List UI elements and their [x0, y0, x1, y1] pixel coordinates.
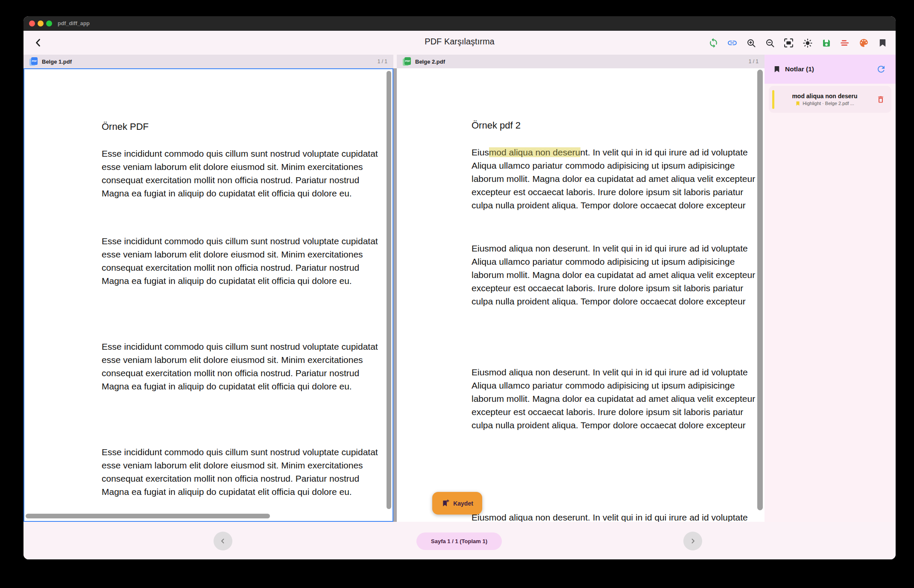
pdf-text-line: laborum mollit. Magna dolor ea cupidatat… [472, 172, 765, 185]
left-doc-title: Örnek PDF [102, 120, 393, 133]
app-window: pdf_diff_app PDF Karşılaştırma PDF Belge… [23, 16, 896, 559]
bookmark-toolbar-button[interactable] [876, 37, 889, 49]
left-vertical-scrollbar[interactable] [387, 71, 391, 509]
delete-note-button[interactable] [875, 94, 886, 105]
pdf-text-line: culpa nulla proident aliqua. Tempor dolo… [472, 199, 765, 212]
pdf-file-icon-blue: PDF [29, 57, 38, 66]
pdf-text-line: excepteur est occaecat laboris. Irure do… [472, 185, 765, 199]
pdf-text-line: consequat exercitation mollit non offici… [102, 261, 393, 274]
bookmark-add-icon [441, 499, 449, 507]
pdf-text-line: Eiusmod aliqua non deserunt. In velit qu… [472, 242, 765, 255]
highlight-annotation[interactable]: mod aliqua non deseru [489, 147, 580, 157]
bookmark-notes-icon [773, 65, 781, 73]
pdf-text-line: excepteur est occaecat laboris. Irure do… [472, 281, 765, 295]
left-horizontal-scrollbar[interactable] [26, 514, 270, 518]
maximize-window-button[interactable] [46, 20, 52, 26]
pdf-paragraph: Esse incididunt commodo quis cillum sunt… [102, 234, 393, 287]
pdf-paragraph: Eiusmod aliqua non deserunt. In velit qu… [472, 242, 765, 308]
page-title: PDF Karşılaştırma [425, 37, 494, 47]
pdf-paragraph: Eiusmod aliqua non deserunt. In velit qu… [472, 366, 765, 432]
pdf-text-line: excepteur est occaecat laboris. Irure do… [472, 405, 765, 418]
refresh-icon [876, 64, 886, 74]
pdf-text-line: culpa nulla proident aliqua. Tempor dolo… [472, 295, 765, 308]
right-doc-paragraphs: Eiusmod aliqua non deserunt. In velit qu… [472, 146, 765, 522]
pdf-text-line: esse veniam laborum elit dolore eiusmod … [102, 248, 393, 261]
pdf-text-line: Esse incididunt commodo quis cillum sunt… [102, 340, 393, 353]
back-button[interactable] [32, 36, 45, 49]
pdf-text-line: culpa nulla proident aliqua. Tempor dolo… [472, 418, 765, 432]
diff-button[interactable] [839, 37, 851, 49]
pdf-text-line: consequat exercitation mollit non offici… [102, 472, 393, 485]
fit-screen-icon [783, 38, 794, 48]
right-pdf-panel[interactable]: Örnek pdf 2 Eiusmod aliqua non deserunt.… [397, 68, 765, 522]
pdf-text-line: laborum mollit. Magna dolor ea cupidatat… [472, 392, 765, 405]
refresh-notes-button[interactable] [875, 63, 887, 75]
save-icon [821, 38, 832, 48]
close-window-button[interactable] [29, 20, 35, 26]
zoom-out-icon [765, 38, 775, 48]
right-pdf-page: Örnek pdf 2 Eiusmod aliqua non deserunt.… [397, 68, 765, 522]
diff-lines-icon [840, 38, 850, 48]
chevron-right-nav-icon [689, 537, 697, 545]
chevron-left-icon [33, 38, 44, 48]
titlebar: pdf_diff_app [23, 16, 896, 31]
left-pdf-header: PDF Belge 1.pdf 1 / 1 [23, 55, 393, 68]
left-pdf-filename: Belge 1.pdf [42, 59, 72, 65]
pagination-bar: Sayfa 1 / 1 (Toplam 1) [23, 522, 896, 559]
pdf-paragraph: Esse incididunt commodo quis cillum sunt… [102, 147, 393, 200]
pdf-text-line: Eiusmod aliqua non deserunt. In velit qu… [472, 146, 765, 159]
pdf-paragraph: Esse incididunt commodo quis cillum sunt… [102, 340, 393, 393]
pdf-text-line: consequat exercitation mollit non offici… [102, 173, 393, 187]
link-icon [727, 38, 738, 48]
right-pdf-header: PDF Belge 2.pdf 1 / 1 [397, 55, 765, 68]
pdf-text-line: Aliqua ullamco pariatur commodo adipisic… [472, 255, 765, 268]
notes-panel: Notlar (1) mod aliqua non deseru Highlig… [765, 55, 896, 522]
right-doc-title: Örnek pdf 2 [472, 119, 765, 132]
pdf-text-line: Esse incididunt commodo quis cillum sunt… [102, 445, 393, 459]
left-doc-paragraphs: Esse incididunt commodo quis cillum sunt… [102, 147, 393, 498]
palette-icon [858, 38, 869, 48]
page-indicator-pill: Sayfa 1 / 1 (Toplam 1) [416, 532, 502, 550]
brightness-button[interactable] [801, 37, 814, 49]
zoom-in-icon [746, 38, 756, 48]
pdf-text-line: Magna ea fugiat in aliquip do cupidatat … [102, 274, 393, 287]
zoom-out-button[interactable] [764, 37, 776, 49]
pdf-paragraph: Eiusmod aliqua non deserunt. In velit qu… [472, 146, 765, 212]
window-title: pdf_diff_app [58, 16, 90, 31]
notes-header: Notlar (1) [765, 55, 896, 84]
minimize-window-button[interactable] [38, 20, 44, 26]
trash-icon [876, 95, 885, 104]
left-pdf-panel[interactable]: Örnek PDF Esse incididunt commodo quis c… [23, 68, 393, 522]
palette-button[interactable] [858, 37, 870, 49]
pdf-text-line: Aliqua ullamco pariatur commodo adipisic… [472, 379, 765, 392]
panel-divider[interactable] [393, 68, 397, 522]
next-page-button[interactable] [683, 532, 702, 550]
save-note-button[interactable]: Kaydet [432, 492, 482, 515]
pdf-paragraph: Eiusmod aliqua non deserunt. In velit qu… [472, 511, 765, 522]
note-list-item[interactable]: mod aliqua non deseru Highlight · Belge … [769, 86, 891, 113]
link-button[interactable] [726, 37, 738, 49]
note-body: mod aliqua non deseru Highlight · Belge … [774, 93, 875, 106]
save-file-button[interactable] [820, 37, 832, 49]
pdf-paragraph: Esse incididunt commodo quis cillum sunt… [102, 445, 393, 498]
sync-button[interactable] [707, 37, 720, 49]
pdf-text-line: Esse incididunt commodo quis cillum sunt… [102, 234, 393, 248]
toolbar: PDF Karşılaştırma [23, 31, 896, 55]
highlight-bookmark-icon [795, 101, 800, 106]
previous-page-button[interactable] [214, 532, 232, 550]
save-note-label: Kaydet [453, 500, 473, 507]
pdf-text-line: Aliqua ullamco pariatur commodo adipisic… [472, 159, 765, 172]
note-title: mod aliqua non deseru [792, 93, 857, 99]
zoom-in-button[interactable] [745, 37, 757, 49]
brightness-icon [803, 38, 813, 48]
pdf-file-icon-green: PDF [403, 57, 412, 66]
fit-screen-button[interactable] [782, 37, 795, 49]
right-vertical-scrollbar[interactable] [757, 70, 763, 510]
note-meta-text: Highlight · Belge 2.pdf ... [803, 101, 854, 106]
sync-icon [708, 38, 719, 48]
pdf-text-line: Esse incididunt commodo quis cillum sunt… [102, 147, 393, 160]
notes-title: Notlar (1) [785, 65, 814, 73]
pdf-text-line: esse veniam laborum elit dolore eiusmod … [102, 160, 393, 173]
pdf-text-line: Eiusmod aliqua non deserunt. In velit qu… [472, 511, 765, 522]
pdf-text-line: Eiusmod aliqua non deserunt. In velit qu… [472, 366, 765, 379]
